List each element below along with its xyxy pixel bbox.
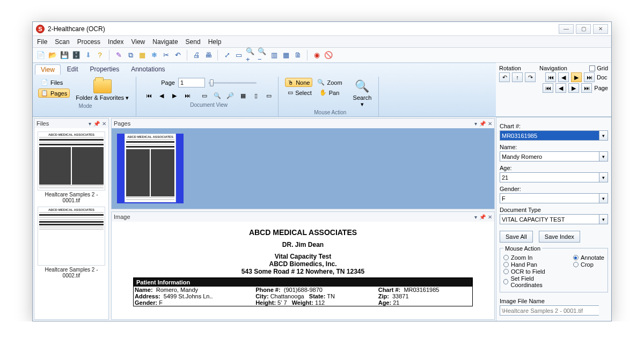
- help-icon[interactable]: ?: [95, 50, 105, 60]
- close-button[interactable]: ✕: [593, 24, 608, 34]
- page-first-button[interactable]: ⏮: [543, 83, 553, 93]
- menu-process[interactable]: Process: [77, 38, 100, 46]
- page-next-button[interactable]: ▶: [568, 83, 579, 93]
- menu-index[interactable]: Index: [108, 38, 123, 46]
- grid-checkbox[interactable]: [589, 65, 595, 71]
- chevron-down-icon[interactable]: ▾: [599, 214, 608, 224]
- menu-file[interactable]: File: [37, 38, 47, 46]
- chevron-down-icon[interactable]: ▾: [599, 151, 608, 162]
- next-page-button[interactable]: ▶: [169, 90, 180, 101]
- doc-prev-button[interactable]: ◀: [558, 72, 569, 82]
- fitpage-icon[interactable]: ▭: [234, 50, 244, 60]
- zoom-button[interactable]: 🔍 Zoom: [314, 78, 345, 87]
- document-preview[interactable]: ABCD MEDICAL ASSOCIATES DR. Jim Dean Vit…: [112, 222, 494, 313]
- save-index-button[interactable]: Save Index: [539, 231, 580, 243]
- saveall-icon[interactable]: 🗄️: [71, 50, 81, 60]
- thumbgrid-button[interactable]: ▦: [237, 90, 249, 101]
- tab-annotations[interactable]: Annotations: [126, 64, 170, 75]
- menu-navigate[interactable]: Navigate: [152, 38, 178, 46]
- close-icon[interactable]: ✕: [488, 214, 492, 220]
- download-icon[interactable]: ⬇: [83, 50, 93, 60]
- globe-red-icon[interactable]: ◉: [312, 50, 321, 60]
- radio-annotate[interactable]: Annotate: [573, 254, 604, 261]
- folder-favorites-button[interactable]: Folder & Favorites ▾: [72, 78, 133, 102]
- pages-button[interactable]: 📋 Pages: [38, 89, 70, 98]
- zoomout-icon[interactable]: 🔍−: [258, 50, 267, 60]
- page-last-button[interactable]: ⏭: [581, 83, 592, 93]
- menu-help[interactable]: Help: [208, 38, 222, 46]
- fit-icon[interactable]: ⤢: [222, 50, 232, 60]
- files-button[interactable]: 📄 Files: [38, 78, 70, 87]
- radio-hand-pan[interactable]: Hand Pan: [503, 261, 564, 268]
- nosign-icon[interactable]: 🚫: [324, 50, 333, 60]
- doc-next-button[interactable]: ▶: [571, 72, 582, 82]
- chevron-down-icon[interactable]: ▾: [599, 130, 608, 141]
- columns-icon[interactable]: ▥: [269, 50, 279, 60]
- file-thumb-1[interactable]: ABCD MEDICAL ASSOCIATES: [38, 131, 105, 191]
- chartnum-field[interactable]: ▾: [500, 130, 608, 141]
- magminus-button[interactable]: 🔎: [224, 90, 236, 101]
- save-all-button[interactable]: Save All: [500, 231, 533, 243]
- chevron-down-icon[interactable]: ▾: [599, 172, 608, 182]
- select-button[interactable]: ▭ Select: [285, 88, 314, 97]
- new-icon[interactable]: 📄: [36, 50, 46, 60]
- zoomin-icon[interactable]: 🔍+: [246, 50, 255, 60]
- open-icon[interactable]: 📂: [48, 50, 57, 60]
- fith-button[interactable]: ▭: [263, 90, 275, 101]
- cut-icon[interactable]: ✂: [161, 50, 171, 60]
- radio-ocr[interactable]: OCR to Field: [503, 268, 564, 275]
- tab-edit[interactable]: Edit: [62, 64, 84, 75]
- prev-page-button[interactable]: ◀: [156, 90, 167, 101]
- close-icon[interactable]: ✕: [488, 121, 492, 127]
- magplus-button[interactable]: 🔍: [211, 90, 223, 101]
- save-icon[interactable]: 💾: [60, 50, 69, 60]
- maximize-button[interactable]: ▢: [576, 24, 591, 34]
- zoom-slider[interactable]: [208, 79, 257, 86]
- pin-icon[interactable]: 📌: [479, 214, 486, 220]
- page-input[interactable]: [178, 78, 205, 87]
- name-field[interactable]: ▾: [500, 151, 608, 162]
- grid-icon[interactable]: ▦: [137, 50, 147, 60]
- doc-first-button[interactable]: ⏮: [545, 72, 556, 82]
- rotate-left-button[interactable]: ↶: [499, 72, 510, 82]
- search-button[interactable]: 🔍 Search ▾: [349, 78, 376, 109]
- radio-zoom-in[interactable]: Zoom In: [503, 254, 564, 261]
- fitw-button[interactable]: ▯: [250, 90, 262, 101]
- menu-view[interactable]: View: [131, 38, 145, 46]
- file-thumb-2[interactable]: ABCD MEDICAL ASSOCIATES: [38, 207, 105, 266]
- menu-send[interactable]: Send: [186, 38, 201, 46]
- rotate-up-button[interactable]: ↑: [512, 72, 523, 82]
- doc-icon[interactable]: 🗎: [293, 50, 303, 60]
- radio-crop[interactable]: Crop: [573, 261, 604, 268]
- rotate-right-button[interactable]: ↷: [525, 72, 536, 82]
- imgfile-field[interactable]: ▾: [500, 305, 608, 316]
- copy-icon[interactable]: ⧉: [126, 50, 135, 60]
- calendar-icon[interactable]: ▦: [281, 50, 291, 60]
- minimize-button[interactable]: —: [559, 24, 574, 34]
- tab-properties[interactable]: Properties: [84, 64, 125, 75]
- radio-setfield[interactable]: Set Field Coordinates: [503, 275, 564, 288]
- age-field[interactable]: ▾: [500, 172, 608, 182]
- pin-icon[interactable]: 📌: [93, 121, 100, 127]
- none-button[interactable]: 🖱 None: [285, 78, 312, 87]
- chevron-down-icon[interactable]: ▾: [599, 193, 608, 203]
- undo-icon[interactable]: ↶: [173, 50, 182, 60]
- close-icon[interactable]: ✕: [102, 121, 106, 127]
- page-thumb-1[interactable]: ABCD MEDICAL ASSOCIATES: [125, 134, 176, 202]
- printsetup-icon[interactable]: 🖶: [203, 50, 213, 60]
- dropdown-icon[interactable]: ▾: [474, 214, 477, 220]
- doc-last-button[interactable]: ⏭: [584, 72, 595, 82]
- wand-icon[interactable]: ✎: [114, 50, 123, 60]
- dropdown-icon[interactable]: ▾: [474, 121, 477, 127]
- flake-icon[interactable]: ❄: [149, 50, 159, 60]
- doctype-field[interactable]: ▾: [500, 214, 608, 224]
- menu-scan[interactable]: Scan: [55, 38, 69, 46]
- pin-icon[interactable]: 📌: [479, 121, 486, 127]
- page-prev-button[interactable]: ◀: [555, 83, 566, 93]
- pan-button[interactable]: ✋ Pan: [317, 88, 342, 97]
- layout1-button[interactable]: ▭: [199, 90, 210, 101]
- last-page-button[interactable]: ⏭: [181, 90, 193, 101]
- first-page-button[interactable]: ⏮: [143, 90, 155, 101]
- print-icon[interactable]: 🖨: [192, 50, 201, 60]
- gender-field[interactable]: ▾: [500, 193, 608, 203]
